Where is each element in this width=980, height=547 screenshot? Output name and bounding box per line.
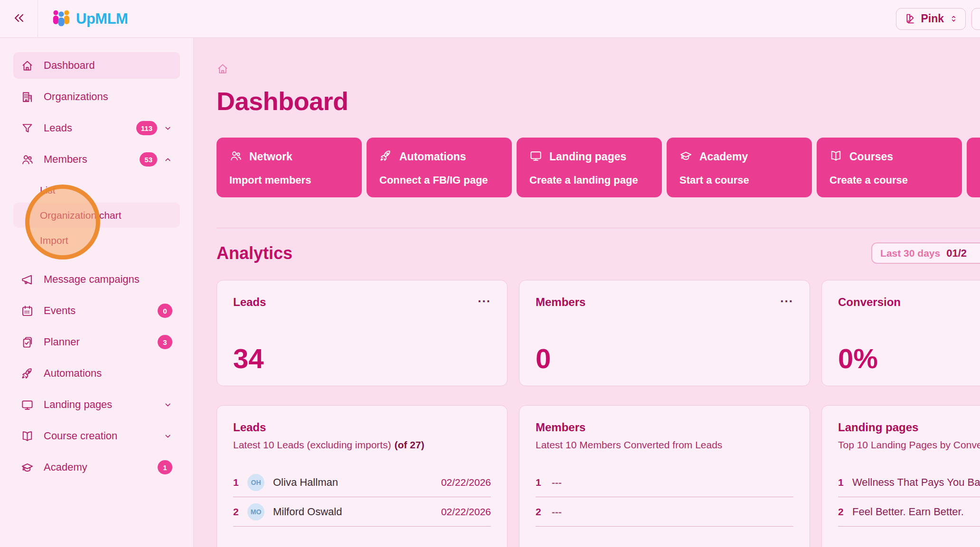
list-card-landing-pages: Landing pages Top 10 Landing Pages by Co… [821,405,980,547]
landing-pages-list: 1 Wellness That Pays You Back 2 Feel Bet… [838,468,980,527]
empty-value: --- [552,506,562,518]
sidebar-item-label: Automations [44,367,102,380]
quick-action-title: Academy [699,150,748,163]
analytics-section-title: Analytics [217,243,292,263]
list-card-subtitle: Latest 10 Leads (excluding imports) (of … [233,439,491,451]
submenu-item-list[interactable]: List [13,177,180,203]
lead-name: Milford Oswald [273,506,342,518]
list-item[interactable]: 1 --- [536,468,793,497]
quick-action-subtitle: Connect a FB/IG page [379,174,499,186]
quick-action-landing-pages[interactable]: Landing pages Create a landing page [517,138,662,197]
funnel-icon [21,122,34,135]
home-icon [21,59,34,72]
clipboard-check-icon [21,336,34,349]
list-card-subtitle: Top 10 Landing Pages by Conversions [838,439,980,451]
sidebar-item-events[interactable]: Events 0 [13,297,180,324]
list-card-subtitle: Latest 10 Members Converted from Leads [536,439,793,451]
chevron-up-icon[interactable] [163,155,172,164]
quick-action-courses[interactable]: Courses Create a course [817,138,962,197]
sidebar-item-label: Planner [44,336,80,348]
sidebar-item-course-creation[interactable]: Course creation [13,423,180,449]
sidebar-item-planner[interactable]: Planner 3 [13,329,180,355]
stat-card-leads: Leads ... 34 [217,280,508,386]
sidebar-collapse-button[interactable] [0,0,38,38]
megaphone-icon [21,273,34,286]
list-item[interactable]: 2 MO Milford Oswald 02/22/2026 [233,497,491,527]
stat-card-value: 0% [838,345,980,372]
sidebar-item-label: Organizations [44,91,108,103]
leads-count-badge: 113 [136,121,157,135]
row-index: 2 [536,506,550,518]
quick-action-academy[interactable]: Academy Start a course [667,138,812,197]
book-open-icon [829,149,842,164]
list-card-subtitle-text: Latest 10 Members Converted from Leads [536,439,722,451]
theme-select-button[interactable]: Pink [896,8,966,30]
header-partial-button[interactable] [971,8,980,30]
events-count-badge: 0 [158,304,172,318]
row-index: 2 [233,506,247,518]
sidebar-item-label: Academy [44,461,87,473]
list-card-members: Members Latest 10 Members Converted from… [519,405,810,547]
members-count-badge: 53 [140,152,157,167]
sidebar-item-label: Leads [44,122,72,134]
sidebar-item-message-campaigns[interactable]: Message campaigns [13,266,180,293]
list-card-title: Leads [233,421,491,434]
sidebar-item-leads[interactable]: Leads 113 [13,115,180,141]
sidebar-item-dashboard[interactable]: Dashboard [13,52,180,79]
date-range-selector[interactable]: Last 30 days 01/2 [871,242,980,264]
list-item[interactable]: 2 Feel Better. Earn Better. [838,497,980,527]
sidebar-item-label: Dashboard [44,59,95,72]
sidebar-item-members[interactable]: Members 53 [13,146,180,173]
stat-card-title: Leads [233,296,266,309]
app-window: UpMLM Pink Dashboard Organizations [0,0,980,547]
quick-action-automations[interactable]: Automations Connect a FB/IG page [367,138,512,197]
avatar: OH [247,474,264,491]
quick-action-title: Automations [399,150,466,163]
sidebar-item-landing-pages[interactable]: Landing pages [13,391,180,418]
quick-action-title: Courses [849,150,893,163]
swatch-icon [904,13,915,25]
sidebar-item-label: Landing pages [44,399,112,411]
members-submenu: List Organization chart Import [13,177,180,253]
submenu-item-import[interactable]: Import [13,228,180,253]
quick-action-partial[interactable] [967,138,980,197]
sidebar-item-label: Members [44,153,87,166]
stat-card-title: Conversion [838,296,901,309]
rocket-icon [21,367,34,380]
breadcrumb-home-icon[interactable] [217,63,229,75]
sidebar-item-academy[interactable]: Academy 1 [13,454,180,481]
chevron-down-icon[interactable] [163,124,172,133]
chevron-down-icon[interactable] [163,400,172,409]
chevron-down-icon[interactable] [163,432,172,441]
list-item[interactable]: 1 OH Oliva Hallman 02/22/2026 [233,468,491,497]
main-panel: Dashboard Network Import members Automat… [194,38,980,547]
date-range-value: 01/2 [946,247,967,260]
list-card-leads: Leads Latest 10 Leads (excluding imports… [217,405,508,547]
rocket-icon [379,149,392,164]
sidebar-item-label: Message campaigns [44,273,140,286]
stat-card-value: 0 [536,345,793,372]
landing-page-name: Wellness That Pays You Back [852,476,980,489]
list-item[interactable]: 1 Wellness That Pays You Back [838,468,980,497]
leads-list: 1 OH Oliva Hallman 02/22/2026 2 MO Milfo… [233,468,491,527]
quick-action-network[interactable]: Network Import members [217,138,362,197]
quick-action-title: Landing pages [549,150,626,163]
ellipsis-menu-icon[interactable]: ... [780,296,793,300]
list-card-subtitle-text: Latest 10 Leads (excluding imports) [233,439,391,451]
sidebar-item-organizations[interactable]: Organizations [13,83,180,110]
building-icon [21,91,34,103]
quick-action-title: Network [249,150,292,163]
list-item[interactable]: 2 --- [536,497,793,527]
logo-people-icon [51,9,71,29]
users-icon [21,153,34,166]
academy-count-badge: 1 [158,460,172,474]
ellipsis-menu-icon[interactable]: ... [478,296,491,300]
page-title: Dashboard [217,86,980,116]
planner-count-badge: 3 [158,335,172,349]
landing-page-name: Feel Better. Earn Better. [852,506,964,518]
app-logo[interactable]: UpMLM [51,9,128,29]
members-list: 1 --- 2 --- [536,468,793,527]
sidebar-item-automations[interactable]: Automations [13,360,180,387]
avatar: MO [247,503,264,520]
submenu-item-organization-chart[interactable]: Organization chart [13,203,180,228]
